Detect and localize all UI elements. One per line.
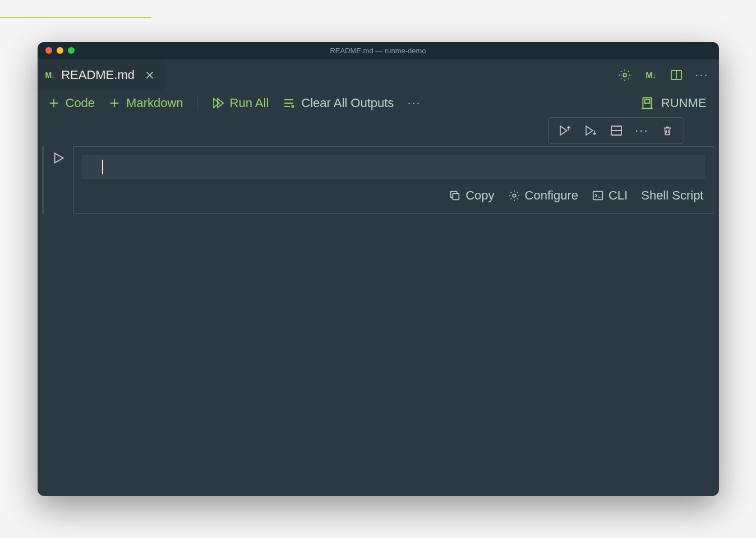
markdown-preview-icon[interactable]: M↓ <box>643 68 658 82</box>
text-cursor <box>102 160 103 174</box>
run-all-button[interactable]: Run All <box>211 96 269 110</box>
copy-label: Copy <box>465 188 494 203</box>
minimize-window-button[interactable] <box>57 47 63 54</box>
tab-bar: M↓ README.md M↓ ··· <box>38 59 719 91</box>
editor-actions: M↓ ··· <box>617 68 718 82</box>
close-tab-button[interactable] <box>145 70 155 80</box>
cell-editor[interactable] <box>82 155 705 179</box>
svg-rect-22 <box>453 193 459 200</box>
copy-button[interactable]: Copy <box>449 188 494 203</box>
toolbar-divider <box>197 96 197 110</box>
configure-button[interactable]: Configure <box>508 188 578 203</box>
cell-toolbar: ··· <box>548 117 684 144</box>
add-code-label: Code <box>66 96 95 110</box>
code-cell: Copy Configure CLI Shell Script <box>42 146 713 214</box>
cell-focus-indicator <box>42 146 44 214</box>
run-above-icon[interactable] <box>557 123 572 138</box>
tab-filename: README.md <box>61 68 135 82</box>
run-cell-button[interactable] <box>51 151 66 214</box>
clear-outputs-label: Clear All Outputs <box>301 96 394 110</box>
configure-label: Configure <box>525 188 578 203</box>
window-controls <box>38 47 75 54</box>
gear-icon[interactable] <box>617 68 632 82</box>
more-actions-icon[interactable]: ··· <box>695 68 708 82</box>
svg-marker-21 <box>54 153 63 163</box>
delete-cell-icon[interactable] <box>660 123 675 138</box>
titlebar: README.md — runme-demo <box>38 42 719 59</box>
svg-rect-24 <box>593 192 603 200</box>
split-cell-icon[interactable] <box>609 123 624 138</box>
svg-point-0 <box>623 73 626 77</box>
notebook-body: ··· Copy <box>38 117 719 496</box>
svg-rect-15 <box>644 100 649 104</box>
notebook-toolbar: Code Markdown Run All Clear All Outputs … <box>38 91 719 117</box>
run-below-icon[interactable] <box>583 123 598 138</box>
cli-button[interactable]: CLI <box>592 188 628 203</box>
add-code-button[interactable]: Code <box>48 96 95 110</box>
language-label: Shell Script <box>641 188 703 203</box>
run-all-label: Run All <box>230 96 269 110</box>
toolbar-more-icon[interactable]: ··· <box>407 96 421 110</box>
markdown-file-icon: M↓ <box>45 71 55 80</box>
tab-readme[interactable]: M↓ README.md <box>38 59 165 91</box>
kernel-label: RUNME <box>661 96 707 110</box>
kernel-picker[interactable]: RUNME <box>640 96 707 110</box>
cell-more-icon[interactable]: ··· <box>635 123 648 138</box>
svg-marker-17 <box>560 126 567 135</box>
add-markdown-button[interactable]: Markdown <box>108 96 183 110</box>
cell-statusbar: Copy Configure CLI Shell Script <box>74 184 713 210</box>
svg-point-23 <box>513 194 516 197</box>
add-markdown-label: Markdown <box>126 96 183 110</box>
clear-outputs-button[interactable]: Clear All Outputs <box>282 96 394 110</box>
cli-label: CLI <box>609 188 628 203</box>
split-editor-icon[interactable] <box>669 68 684 82</box>
svg-marker-8 <box>218 99 223 108</box>
maximize-window-button[interactable] <box>68 47 75 54</box>
close-window-button[interactable] <box>45 47 52 54</box>
cell-container: Copy Configure CLI Shell Script <box>73 146 713 214</box>
window-title: README.md — runme-demo <box>330 47 426 55</box>
svg-marker-7 <box>214 99 219 108</box>
language-picker[interactable]: Shell Script <box>641 188 703 203</box>
editor-window: README.md — runme-demo M↓ README.md M↓ ·… <box>38 42 719 496</box>
svg-marker-18 <box>586 126 593 135</box>
